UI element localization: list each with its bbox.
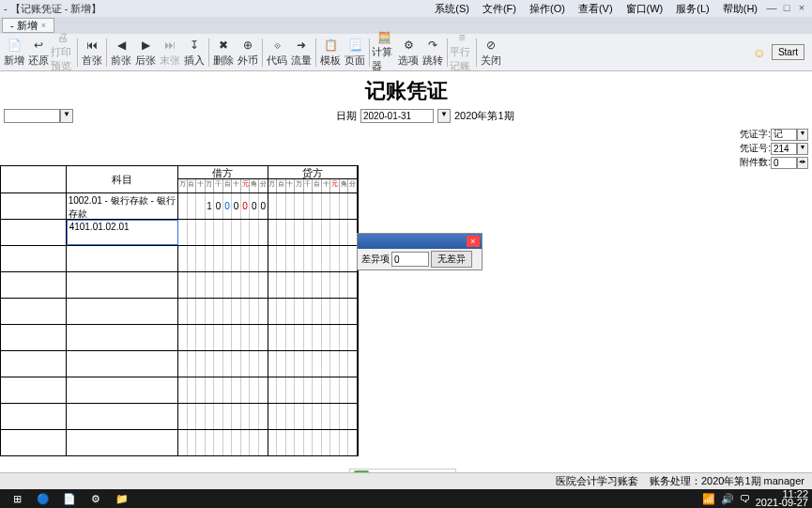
cell-kemu[interactable]	[67, 272, 178, 298]
menu-help[interactable]: 帮助(H)	[717, 2, 763, 16]
toolbar-选项-button[interactable]: ⚙选项	[396, 35, 421, 70]
maximize-icon[interactable]: □	[780, 2, 793, 15]
toolbar-流量-button[interactable]: ➜流量	[289, 35, 314, 70]
cell-dai[interactable]	[268, 351, 358, 377]
cell-kemu[interactable]: 4101.01.02.01	[67, 220, 178, 245]
table-row[interactable]	[1, 429, 358, 455]
cell-dai[interactable]	[268, 377, 358, 403]
table-row[interactable]	[1, 377, 358, 403]
diff-button[interactable]: 无差异	[431, 251, 472, 268]
tab-new[interactable]: - 新增 ×	[2, 18, 54, 33]
toolbar-插入-button[interactable]: ↧插入	[182, 35, 207, 70]
taskbar-app4-icon[interactable]: 📁	[113, 491, 131, 506]
toolbar-还原-button[interactable]: ↩还原	[26, 35, 51, 70]
toolbar-计算器-button[interactable]: 🧮计算器	[372, 35, 396, 70]
status-right: 账务处理：2020年第1期 manager	[650, 475, 804, 486]
cell-kemu[interactable]	[67, 351, 178, 377]
cell-jie[interactable]	[178, 220, 268, 245]
cell-jie[interactable]	[178, 272, 268, 298]
pzh-label: 凭证号:	[733, 142, 771, 155]
cell-dai[interactable]	[268, 299, 358, 324]
tab-close-icon[interactable]: ×	[41, 21, 46, 30]
left-small-input[interactable]	[4, 109, 60, 123]
tray-net-icon[interactable]: 📶	[702, 493, 715, 505]
cell-jie[interactable]	[178, 404, 268, 429]
pzz-label: 凭证字:	[733, 128, 771, 141]
table-row[interactable]	[1, 245, 358, 271]
cell-kemu[interactable]	[67, 246, 178, 271]
toolbar-关闭-button[interactable]: ⊘关闭	[479, 35, 503, 70]
tray-chat-icon[interactable]: 🗨	[740, 493, 750, 504]
cell-kemu[interactable]	[67, 377, 178, 403]
cell-dai[interactable]	[268, 272, 358, 298]
pzz-input[interactable]	[771, 129, 797, 141]
cell-jie[interactable]	[178, 377, 268, 403]
cell-kemu[interactable]	[67, 299, 178, 324]
cell-kemu[interactable]	[67, 404, 178, 429]
menu-file[interactable]: 文件(F)	[477, 2, 522, 16]
cell-dai[interactable]	[268, 193, 358, 219]
cell-jie[interactable]	[178, 246, 268, 271]
diff-input[interactable]	[391, 252, 429, 267]
cell-kemu[interactable]	[67, 430, 178, 455]
menu-view[interactable]: 查看(V)	[573, 2, 619, 16]
cell-jie[interactable]	[178, 430, 268, 455]
fjs-stepper-icon[interactable]: ◂▸	[797, 157, 808, 169]
toolbar-首张-button[interactable]: ⏮首张	[80, 35, 104, 70]
left-dropdown-icon[interactable]: ▼	[60, 109, 73, 123]
toolbar-页面-button[interactable]: 📃页面	[343, 35, 367, 70]
pzz-dropdown-icon[interactable]: ▼	[797, 129, 808, 141]
cell-jie[interactable]	[178, 351, 268, 377]
toolbar-新增-button[interactable]: 📄新增	[2, 35, 26, 70]
close-icon[interactable]: ×	[795, 2, 808, 15]
cell-dai[interactable]	[268, 246, 358, 271]
tray-sound-icon[interactable]: 🔊	[721, 493, 734, 505]
cell-jie[interactable]	[178, 299, 268, 324]
table-row[interactable]	[1, 403, 358, 429]
pzh-input[interactable]	[771, 143, 797, 155]
toolbar-后张-button[interactable]: ▶后张	[133, 35, 158, 70]
date-dropdown-icon[interactable]: ▼	[437, 109, 451, 123]
toolbar-删除-button[interactable]: ✖删除	[211, 35, 236, 70]
cell-dai[interactable]	[268, 325, 358, 350]
cell-jie[interactable]	[178, 325, 268, 350]
taskbar-start-icon[interactable]: ⊞	[8, 491, 26, 506]
table-row[interactable]: 1002.01 - 银行存款 - 银行存款1000000	[1, 192, 358, 219]
cell-kemu[interactable]	[67, 325, 178, 350]
taskbar-app3-icon[interactable]: ⚙	[86, 491, 105, 506]
cell-jie[interactable]: 1000000	[178, 193, 268, 219]
toolbar-模板-button[interactable]: 📋模板	[318, 35, 343, 70]
cell-dai[interactable]	[268, 430, 358, 455]
menu-operate[interactable]: 操作(O)	[524, 2, 571, 16]
diff-dialog: × 差异项 无差异	[357, 233, 483, 270]
前张-icon: ◀	[114, 38, 129, 53]
menu-system[interactable]: 系统(S)	[429, 2, 475, 16]
table-row[interactable]	[1, 350, 358, 377]
table-row[interactable]	[1, 298, 358, 324]
menu-window[interactable]: 窗口(W)	[620, 2, 669, 16]
taskbar-app2-icon[interactable]: 📄	[60, 491, 79, 506]
minimize-icon[interactable]: —	[765, 2, 778, 15]
流量-icon: ➜	[294, 38, 309, 53]
menu-service[interactable]: 服务(L)	[670, 2, 714, 16]
计算器-icon: 🧮	[376, 31, 391, 44]
start-button[interactable]: Start	[772, 44, 804, 60]
toolbar-跳转-button[interactable]: ↷跳转	[421, 35, 445, 70]
date-input[interactable]	[360, 109, 434, 123]
cell-dai[interactable]	[268, 220, 358, 245]
taskbar-app1-icon[interactable]: 🔵	[34, 491, 53, 506]
pzh-dropdown-icon[interactable]: ▼	[797, 143, 808, 155]
table-row[interactable]: 4101.01.02.01	[1, 219, 358, 245]
toolbar-代码-button[interactable]: ⟐代码	[265, 35, 289, 70]
table-row[interactable]	[1, 324, 358, 350]
smiley-icon[interactable]: ☺	[753, 45, 766, 60]
toolbar-外币-button[interactable]: ⊕外币	[236, 35, 260, 70]
dialog-close-icon[interactable]: ×	[467, 236, 480, 247]
fjs-input[interactable]	[771, 157, 797, 169]
平行记账-icon: ≡	[454, 31, 469, 44]
cell-kemu[interactable]: 1002.01 - 银行存款 - 银行存款	[67, 193, 178, 219]
cell-dai[interactable]	[268, 404, 358, 429]
voucher-grid: 科目 借方 万百十万千百十元角分 贷方 万百十万千百十元角分 1002.01 -…	[0, 165, 359, 456]
toolbar-前张-button[interactable]: ◀前张	[109, 35, 133, 70]
table-row[interactable]	[1, 271, 358, 298]
